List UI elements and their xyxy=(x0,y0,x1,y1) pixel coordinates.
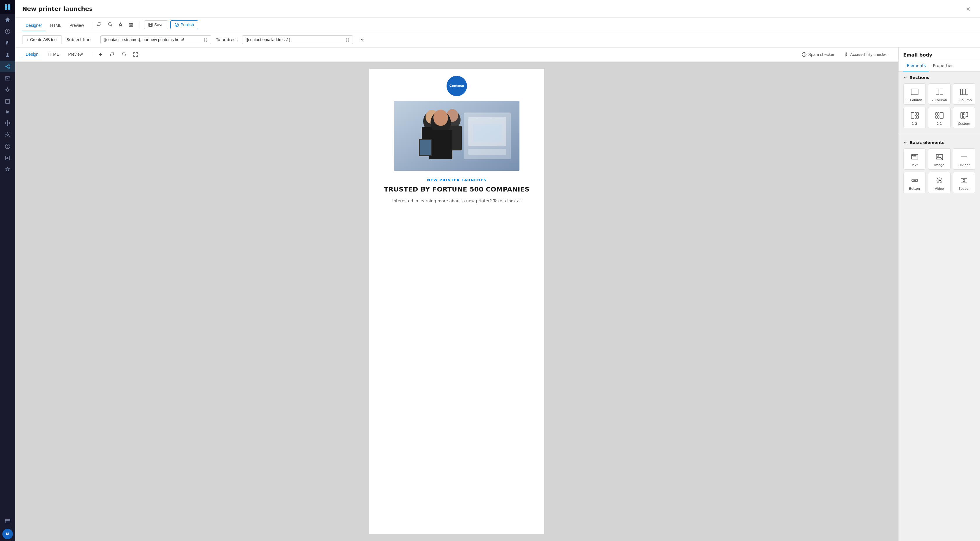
tab-preview[interactable]: Preview xyxy=(66,21,88,31)
modal-wrapper: New printer launches × Designer HTML Pre… xyxy=(15,0,980,541)
editor-area: Design HTML Preview xyxy=(15,48,980,541)
element-text[interactable]: Text xyxy=(903,148,926,170)
nav-training[interactable] xyxy=(0,141,15,152)
svg-point-6 xyxy=(5,66,6,67)
nav-custom[interactable] xyxy=(0,117,15,129)
add-element-button[interactable] xyxy=(96,50,105,59)
nav-journeys[interactable] xyxy=(0,60,15,72)
nav-home[interactable] xyxy=(0,14,15,25)
nav-reports[interactable] xyxy=(0,152,15,164)
svg-point-12 xyxy=(7,122,8,124)
basic-elements-grid: Text Image Divider xyxy=(903,148,975,193)
divider-label: Divider xyxy=(958,163,970,167)
svg-point-14 xyxy=(7,125,8,125)
fullscreen-button[interactable] xyxy=(131,50,140,59)
button-label: Button xyxy=(909,187,920,190)
tab-designer[interactable]: Designer xyxy=(22,21,46,31)
nav-ai[interactable] xyxy=(0,164,15,176)
nav-websites[interactable] xyxy=(0,516,15,527)
svg-rect-20 xyxy=(5,519,10,523)
subject-input[interactable] xyxy=(103,37,201,42)
element-button[interactable]: Button xyxy=(903,172,926,193)
subject-label: Subject line xyxy=(67,37,95,42)
preview-tab[interactable]: Preview xyxy=(65,51,86,58)
button-icon xyxy=(910,176,920,185)
svg-marker-71 xyxy=(939,179,941,182)
spacer-label: Spacer xyxy=(958,187,969,190)
svg-point-5 xyxy=(7,53,8,55)
design-tab[interactable]: Design xyxy=(22,51,42,58)
nav-settings[interactable] xyxy=(0,129,15,141)
expand-button[interactable] xyxy=(358,35,367,44)
delete-button[interactable] xyxy=(126,20,135,29)
email-hero-image xyxy=(394,101,519,171)
html-tab[interactable]: HTML xyxy=(45,51,62,58)
nav-linkedin[interactable]: in xyxy=(0,107,15,117)
svg-rect-60 xyxy=(961,113,963,118)
svg-point-40 xyxy=(433,109,448,126)
1col-icon xyxy=(910,87,920,97)
element-video[interactable]: Video xyxy=(928,172,951,193)
svg-rect-52 xyxy=(915,116,916,118)
section-custom[interactable]: Custom xyxy=(953,107,975,128)
panel-tabs: Elements Properties xyxy=(899,60,980,72)
close-button[interactable]: × xyxy=(964,4,973,13)
element-spacer[interactable]: Spacer xyxy=(953,172,975,193)
save-button[interactable]: Save xyxy=(144,21,168,29)
svg-point-27 xyxy=(846,53,846,54)
sections-panel: Sections 1 Column 2 xyxy=(899,72,980,132)
to-input-wrap: {} xyxy=(242,35,353,44)
nav-email[interactable] xyxy=(0,72,15,84)
ai-assist-button[interactable] xyxy=(116,20,125,29)
design-toolbar: Design HTML Preview xyxy=(15,48,898,62)
svg-point-10 xyxy=(6,89,9,91)
accessibility-checker-button[interactable]: Accessibility checker xyxy=(840,51,891,59)
publish-button[interactable]: Publish xyxy=(170,21,198,29)
section-1col[interactable]: 1 Column xyxy=(903,83,926,105)
nav-segments[interactable] xyxy=(0,84,15,95)
subject-template-icon: {} xyxy=(203,38,208,42)
nav-profile[interactable]: M xyxy=(2,529,13,539)
svg-rect-31 xyxy=(473,124,502,142)
svg-rect-48 xyxy=(963,89,966,95)
svg-rect-62 xyxy=(963,116,965,118)
modal-title: New printer launches xyxy=(22,5,964,12)
redo-button[interactable] xyxy=(105,20,115,29)
email-heading: TRUSTED BY FORTUNE 500 COMPANIES xyxy=(383,186,530,193)
nav-contacts[interactable] xyxy=(0,49,15,60)
elements-tab[interactable]: Elements xyxy=(903,60,929,71)
svg-rect-51 xyxy=(915,113,916,115)
collapse-basic-icon xyxy=(903,141,907,144)
svg-rect-21 xyxy=(129,24,133,27)
undo-button[interactable] xyxy=(95,20,104,29)
section-3col[interactable]: 3 Column xyxy=(953,83,975,105)
element-image[interactable]: Image xyxy=(928,148,951,170)
ab-test-button[interactable]: + Create A/B test xyxy=(22,35,62,44)
section-2col[interactable]: 2 Column xyxy=(928,83,951,105)
element-divider[interactable]: Divider xyxy=(953,148,975,170)
to-template-icon: {} xyxy=(345,38,350,42)
email-logo: Contoso xyxy=(447,76,467,96)
section-1-2[interactable]: 1-2 xyxy=(903,107,926,128)
canvas-undo-button[interactable] xyxy=(108,50,117,59)
right-panel: Email body Elements Properties Sections xyxy=(898,48,980,541)
subject-input-wrap: {} xyxy=(100,35,211,44)
svg-rect-24 xyxy=(150,25,152,26)
svg-rect-43 xyxy=(420,140,431,155)
tab-html[interactable]: HTML xyxy=(47,21,65,31)
nav-recent[interactable] xyxy=(0,25,15,37)
properties-tab[interactable]: Properties xyxy=(929,60,957,71)
section-2-1[interactable]: 2-1 xyxy=(928,107,951,128)
nav-pin[interactable] xyxy=(0,37,15,49)
email-body-header: Email body xyxy=(899,48,980,60)
canvas-redo-button[interactable] xyxy=(119,50,129,59)
3col-icon xyxy=(959,87,969,97)
image-icon xyxy=(935,152,944,162)
svg-rect-45 xyxy=(936,89,939,95)
spam-checker-button[interactable]: Spam checker xyxy=(798,51,838,59)
sections-title[interactable]: Sections xyxy=(903,75,975,80)
1col-label: 1 Column xyxy=(907,98,922,102)
to-input[interactable] xyxy=(245,37,343,42)
basic-elements-title[interactable]: Basic elements xyxy=(903,140,975,145)
nav-forms[interactable] xyxy=(0,95,15,107)
